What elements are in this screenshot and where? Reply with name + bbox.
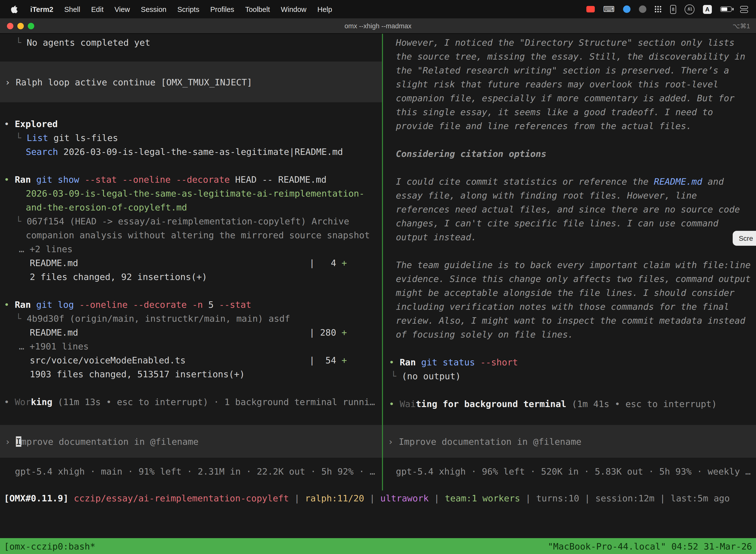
terminal-line	[0, 284, 382, 298]
terminal-line: └ 4b9d30f (origin/main, instructkr/main,…	[0, 312, 382, 326]
prompt-input[interactable]: › Improve documentation in @filename	[383, 425, 756, 458]
terminal-line: including verification notes with those …	[383, 300, 756, 314]
menu-item-help[interactable]: Help	[312, 5, 338, 13]
text-segment: Wor	[15, 397, 31, 407]
text-segment: -n	[192, 299, 203, 310]
text-segment	[31, 174, 36, 185]
text-segment: provide file and line references from th…	[396, 121, 692, 131]
apple-menu-icon[interactable]	[11, 5, 18, 13]
macos-menu-bar: iTerm2ShellEditViewSessionScriptsProfile…	[0, 0, 756, 18]
text-segment: slight risk that future readers may over…	[396, 79, 718, 89]
text-segment: changes, I can't cite specific file line…	[396, 218, 718, 228]
terminal-line: slight risk that future readers may over…	[383, 77, 756, 91]
text-segment: ›	[5, 436, 16, 447]
text-segment: gpt-5.4 xhigh · 96% left · 520K in · 5.8…	[396, 466, 751, 477]
omx-status-bar: [OMX#0.11.9] cczip/essay/ai-reimplementa…	[4, 491, 730, 505]
terminal-line: However, I noticed the "Directory Struct…	[383, 36, 756, 50]
text-segment: and-the-erosion-of-copyleft.md	[26, 202, 187, 213]
window-title-bar[interactable]: omx --xhigh --madmax ⌥⌘1	[0, 18, 756, 34]
terminal-output: └ No agents completed yet› Ralph loop ac…	[0, 34, 382, 409]
terminal-line	[383, 244, 756, 258]
text-segment: +	[341, 258, 347, 268]
gauge-icon[interactable]: .61	[685, 4, 694, 14]
text-segment: ralph:11/20	[305, 493, 364, 503]
dark-app-icon[interactable]	[639, 5, 646, 13]
keyboard-icon[interactable]: ⌨	[603, 5, 615, 13]
menu-item-iterm2[interactable]: iTerm2	[25, 5, 59, 13]
left-terminal-pane[interactable]: └ No agents completed yet› Ralph loop ac…	[0, 34, 382, 500]
terminal-line: 1903 files changed, 513517 insertions(+)	[0, 367, 382, 381]
text-segment: (1m 41s • esc to interrupt)	[566, 399, 717, 409]
text-segment: Ran	[15, 299, 31, 310]
text-segment: |	[654, 493, 671, 503]
close-button[interactable]	[7, 23, 13, 29]
blue-app-icon[interactable]	[623, 5, 630, 13]
text-segment	[31, 299, 36, 310]
text-segment: the source tree, missing the essay. Stil…	[396, 51, 745, 62]
terminal-line	[0, 381, 382, 395]
text-segment: +	[341, 327, 347, 338]
right-terminal-pane[interactable]: However, I noticed the "Directory Struct…	[383, 34, 756, 500]
terminal-line: this single essay, it seems like a good …	[383, 105, 756, 119]
text-segment: 2 files changed, 92 insertions(+)	[30, 272, 207, 282]
input-source-icon[interactable]: A	[703, 5, 712, 14]
text-segment: git log	[36, 299, 74, 310]
menu-item-profiles[interactable]: Profiles	[205, 5, 240, 13]
text-segment: 4b9d30f (origin/main, instructkr/main, m…	[26, 313, 290, 324]
text-segment: |	[579, 493, 595, 503]
battery-icon[interactable]	[720, 6, 732, 12]
tmux-window-item[interactable]: [omx-cczip0:bash*	[4, 541, 95, 551]
screen-recording-indicator-icon[interactable]	[586, 6, 595, 12]
text-segment: •	[4, 119, 15, 129]
text-segment: README.md | 280	[30, 327, 341, 338]
text-segment: … +2 lines	[19, 244, 73, 254]
terminal-line: review. Also, I might want to inspect th…	[383, 314, 756, 328]
control-center-icon[interactable]	[740, 6, 748, 13]
screen-sharing-overlay[interactable]: Scre	[733, 231, 756, 246]
text-segment: ›	[388, 436, 398, 447]
battery-fill	[721, 7, 727, 11]
terminal-line: 2 files changed, 92 insertions(+)	[0, 270, 382, 284]
text-segment: +	[341, 355, 347, 365]
zoom-button[interactable]	[28, 23, 34, 29]
phone-mirroring-icon[interactable]: 8	[670, 5, 676, 14]
menu-item-scripts[interactable]: Scripts	[172, 5, 205, 13]
session-status-line: gpt-5.4 xhigh · main · 91% left · 2.31M …	[0, 465, 382, 479]
ran-git-log: • Ran git log --oneline --decorate -n 5 …	[0, 298, 382, 312]
text-segment: Considering citation options	[396, 149, 547, 159]
text-segment: I	[16, 436, 21, 447]
text-segment: README.md | 4	[30, 258, 341, 268]
terminal-line: … +1901 lines	[0, 340, 382, 353]
window-shortcut-badge: ⌥⌘1	[733, 22, 750, 30]
text-segment: ›	[5, 77, 16, 87]
menu-item-toolbelt[interactable]: Toolbelt	[240, 5, 275, 13]
menu-item-shell[interactable]: Shell	[59, 5, 86, 13]
waiting-status-line: • Waiting for background terminal (1m 41…	[383, 397, 756, 411]
text-segment: •	[389, 357, 399, 367]
text-segment: essay file, along with finding root file…	[396, 190, 697, 201]
text-segment: companion analysis without altering the …	[26, 230, 370, 240]
text-segment: HEAD -- README.md	[230, 174, 326, 185]
text-segment: output instead.	[396, 232, 477, 242]
text-segment: 067f154 (HEAD -> essay/ai-reimplementati…	[26, 216, 349, 226]
prompt-input[interactable]: › Improve documentation in @filename	[0, 425, 382, 458]
text-segment: this single essay, it seems like a good …	[396, 107, 713, 117]
menu-item-session[interactable]: Session	[135, 5, 172, 13]
terminal-line: companion analysis without altering the …	[0, 228, 382, 242]
tmux-host-time: "MacBook-Pro-44.local" 04:52 31-Mar-26	[548, 541, 752, 551]
menu-items: iTerm2ShellEditViewSessionScriptsProfile…	[25, 5, 337, 13]
minimize-button[interactable]	[17, 23, 24, 29]
apps-grid-icon[interactable]	[655, 6, 662, 13]
text-segment: --stat	[219, 299, 251, 310]
text-segment: including verification notes with those …	[396, 301, 729, 312]
menu-item-edit[interactable]: Edit	[85, 5, 109, 13]
text-segment	[68, 493, 74, 503]
window-title: omx --xhigh --madmax	[344, 22, 412, 30]
text-segment: The team guideline is to back every impo…	[396, 260, 751, 270]
text-segment: references need actual files, and since …	[396, 204, 740, 214]
menu-item-view[interactable]: View	[109, 5, 135, 13]
text-segment: Ran	[15, 174, 31, 185]
menu-item-window[interactable]: Window	[275, 5, 312, 13]
terminal-line: changes, I can't cite specific file line…	[383, 216, 756, 230]
terminal-line: references need actual files, and since …	[383, 203, 756, 216]
